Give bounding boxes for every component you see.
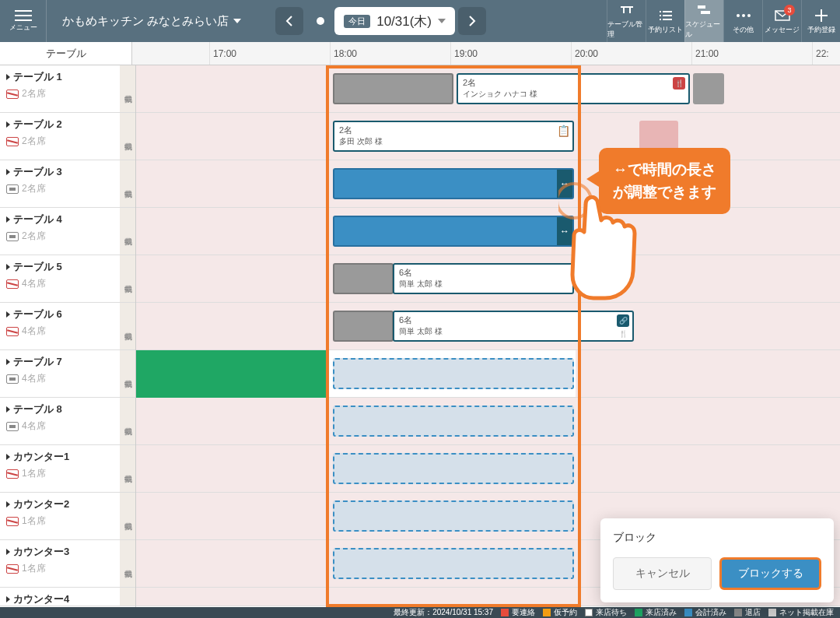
date-picker[interactable]: 今日 10/31(木) [334, 7, 455, 35]
nav-table-management[interactable]: テーブル管理 [607, 0, 646, 42]
table-row[interactable]: テーブル 42名席掲載中 [0, 208, 135, 255]
document-icon: 📋 [557, 125, 569, 137]
no-smoking-icon [6, 137, 19, 146]
reservation-block[interactable]: 6名 簡単 太郎 様 [393, 263, 574, 294]
legend-item: 退店 [734, 607, 761, 618]
block-placeholder[interactable] [333, 548, 574, 579]
reservation-block[interactable] [136, 350, 327, 398]
table-row[interactable]: カウンター11名席掲載中 [0, 445, 135, 493]
table-row[interactable]: テーブル 64名席掲載中 [0, 303, 135, 350]
pointer-hand-icon [558, 177, 675, 318]
table-row[interactable]: テーブル 22名席掲載中 [0, 113, 135, 160]
block-placeholder[interactable] [333, 406, 574, 437]
smoking-icon [6, 184, 19, 194]
reservation-block[interactable] [333, 73, 453, 104]
table-row[interactable]: テーブル 74名席掲載中 [0, 350, 135, 398]
header-nav: テーブル管理 予約リスト スケジュール その他 3 メッセージ 予約登録 [607, 0, 840, 42]
grid-row[interactable] [136, 398, 840, 445]
time-label: 22: [813, 42, 840, 65]
list-icon [659, 8, 673, 23]
table-row[interactable]: テーブル 84名席掲載中 [0, 398, 135, 445]
time-label: 18:00 [331, 42, 451, 65]
grid-row[interactable] [136, 445, 840, 493]
reservation-block[interactable] [577, 121, 639, 152]
dialog-title: ブロック [613, 531, 821, 545]
reservation-block[interactable] [333, 311, 394, 342]
expand-caret-icon [6, 501, 10, 507]
grid-row[interactable]: 2名 インショク ハナコ 様 🍴 [136, 65, 840, 113]
expand-caret-icon [6, 454, 10, 460]
expand-caret-icon [6, 596, 10, 602]
grid-row[interactable]: ↔ [136, 160, 840, 208]
utensils-icon: 🍴 [617, 328, 629, 340]
no-smoking-icon [6, 90, 19, 99]
smoking-icon [6, 422, 19, 431]
nav-add-reservation[interactable]: 予約登録 [801, 0, 840, 42]
table-row[interactable]: カウンター31名席掲載中 [0, 540, 135, 588]
prev-day-button[interactable] [275, 7, 303, 35]
reservation-block[interactable] [693, 73, 724, 104]
table-row[interactable]: テーブル 32名席掲載中 [0, 160, 135, 208]
nav-schedule[interactable]: スケジュール [684, 0, 723, 42]
message-badge: 3 [784, 5, 795, 16]
expand-caret-icon [6, 121, 10, 128]
dots-icon [736, 8, 751, 23]
expand-caret-icon [6, 311, 10, 318]
expand-caret-icon [6, 549, 10, 555]
chevron-right-icon [468, 16, 476, 26]
legend-item: 来店済み [635, 607, 677, 618]
grid-row[interactable]: 2名 多田 次郎 様 📋 [136, 113, 840, 160]
time-label: 17:00 [210, 42, 331, 65]
cancel-button[interactable]: キャンセル [613, 557, 712, 590]
table-row[interactable]: テーブル 54名席掲載中 [0, 255, 135, 303]
footer-bar: 最終更新：2024/10/31 15:37 要連絡 仮予約 来店待ち 来店済み … [0, 607, 840, 618]
store-selector[interactable]: かもめキッチン みなとみらい店 [47, 14, 257, 29]
nav-other[interactable]: その他 [723, 0, 762, 42]
expand-caret-icon [6, 264, 10, 270]
table-row[interactable]: カウンター4 [0, 588, 135, 606]
legend-item: 会計済み [684, 607, 726, 618]
no-smoking-icon [6, 279, 19, 289]
table-row[interactable]: カウンター21名席掲載中 [0, 493, 135, 540]
date-navigation: 今日 10/31(木) [272, 7, 489, 35]
reservation-block[interactable]: 2名 インショク ハナコ 様 🍴 [457, 73, 690, 104]
reservation-block[interactable] [639, 121, 678, 152]
menu-label: メニュー [9, 23, 37, 33]
today-dot-button[interactable] [306, 7, 334, 35]
no-smoking-icon [6, 517, 19, 526]
grid-row[interactable] [136, 350, 840, 398]
block-placeholder[interactable] [333, 453, 574, 484]
caret-down-icon [233, 19, 241, 23]
svg-rect-0 [698, 5, 705, 9]
reservation-block[interactable] [333, 263, 394, 294]
table-icon [619, 2, 635, 18]
reservation-block[interactable]: 2名 多田 次郎 様 📋 [333, 121, 574, 152]
reservation-block[interactable]: ↔ [333, 168, 574, 199]
schedule-icon [697, 2, 712, 18]
confirm-block-button[interactable]: ブロックする [719, 557, 821, 590]
nav-reservation-list[interactable]: 予約リスト [646, 0, 684, 42]
nav-messages[interactable]: 3 メッセージ [762, 0, 801, 42]
no-smoking-icon [6, 327, 19, 336]
next-day-button[interactable] [458, 7, 486, 35]
menu-button[interactable]: メニュー [0, 0, 47, 42]
block-placeholder[interactable] [333, 358, 574, 389]
legend-item: 来店待ち [585, 607, 627, 618]
svg-point-4 [747, 14, 751, 17]
grid-row[interactable]: 6名 簡単 太郎 様 [136, 255, 840, 303]
svg-point-2 [737, 14, 740, 17]
grid-row[interactable]: 6名 簡単 太郎 様 🔗 🍴 [136, 303, 840, 350]
smoking-icon [6, 374, 19, 384]
legend-item: ネット掲載在庫 [768, 607, 834, 618]
svg-rect-1 [701, 11, 710, 14]
table-column-header: テーブル [0, 42, 132, 65]
block-placeholder[interactable] [333, 500, 574, 532]
reservation-block[interactable]: ↔ [333, 216, 574, 247]
grid-row[interactable]: ↔ [136, 208, 840, 255]
restaurant-icon: 🍴 [673, 77, 685, 90]
chevron-left-icon [285, 16, 293, 26]
table-row[interactable]: テーブル 12名席掲載中 [0, 65, 135, 113]
hamburger-icon [15, 10, 32, 21]
expand-caret-icon [6, 74, 10, 80]
expand-caret-icon [6, 216, 10, 223]
